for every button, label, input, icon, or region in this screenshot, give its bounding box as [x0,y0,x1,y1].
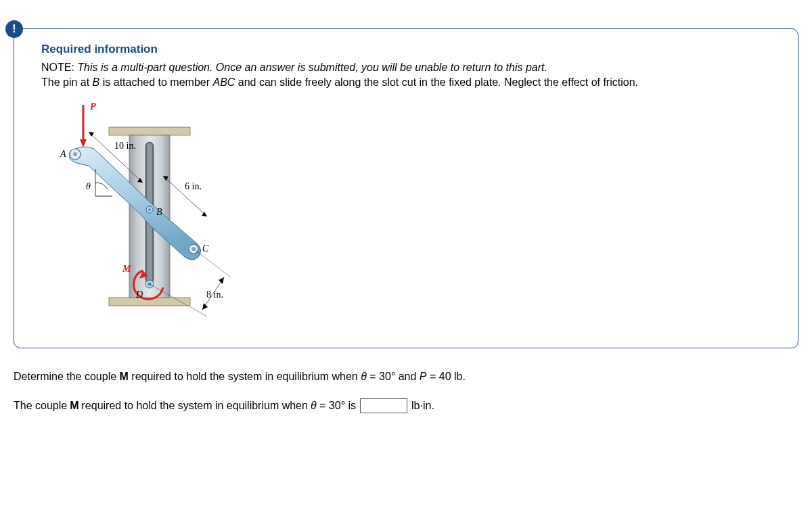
dim-8in: 8 in. [206,289,223,300]
desc-B: B [93,76,100,88]
desc-part: The pin at [41,76,93,88]
dim-10in: 10 in. [114,141,136,151]
svg-point-8 [148,208,151,211]
svg-point-6 [73,152,77,156]
note-label: NOTE: [41,62,77,73]
q-text: required to hold the system in equilibri… [129,371,361,382]
answer-line: The couple M required to hold the system… [14,398,798,413]
svg-marker-26 [219,277,224,284]
question-prompt: Determine the couple M required to hold … [14,369,798,385]
svg-marker-25 [202,303,208,310]
q-text: Determine the couple [14,371,120,382]
desc-part: is attached to member [99,76,212,88]
a-text: required to hold the system in equilibri… [82,400,308,412]
description-text: The pin at B is attached to member ABC a… [41,75,781,90]
q-text: = 40 lb. [427,371,466,382]
svg-marker-19 [89,132,94,137]
svg-marker-14 [80,139,87,147]
label-P: P [90,101,96,112]
a-text: The couple [14,400,67,412]
answer-input[interactable] [360,398,407,413]
dim-6in: 6 in. [185,181,202,191]
q-P: P [420,371,427,382]
label-C: C [202,243,209,254]
required-heading: Required information [41,43,781,56]
note-italic-text: This is a multi-part question. Once an a… [77,62,547,73]
a-M: M [70,400,78,412]
note-line: NOTE: This is a multi-part question. Onc… [41,60,781,75]
info-box: ! Required information NOTE: This is a m… [14,28,798,348]
mechanism-diagram: P M θ 10 in. 6 in. [41,95,231,331]
svg-rect-0 [109,127,190,135]
a-theta: θ [311,400,317,411]
label-D: D [135,289,143,300]
answer-unit: lb·in. [411,400,434,412]
label-A: A [60,149,66,159]
alert-icon: ! [5,20,23,38]
diagram-container: P M θ 10 in. 6 in. [41,95,781,334]
q-M: M [120,371,129,382]
label-B: B [156,207,162,217]
a-text: = 30° is [317,400,356,411]
desc-part: and can slide freely along the slot cut … [235,76,638,88]
label-M: M [122,264,131,274]
svg-line-27 [194,249,231,277]
q-theta: θ [361,371,367,382]
desc-ABC: ABC [212,76,235,88]
label-theta: θ [86,181,91,191]
q-text: = 30° and [367,371,420,382]
